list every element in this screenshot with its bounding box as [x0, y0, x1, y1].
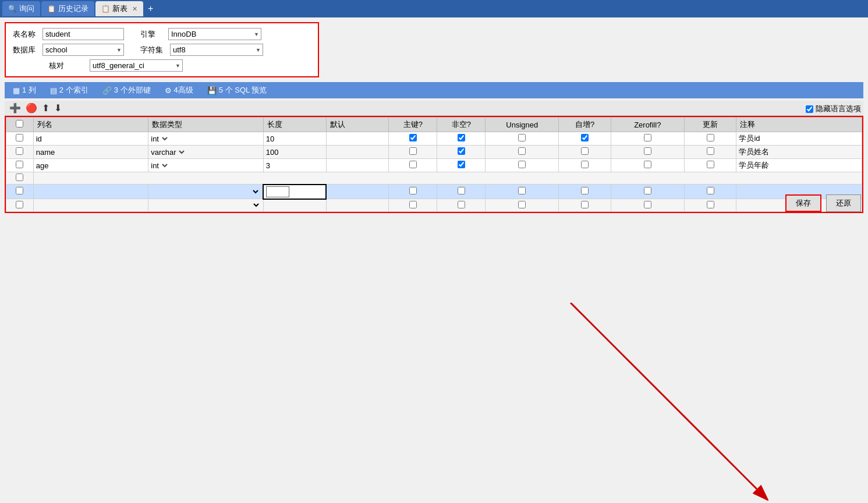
- col-update-cell[interactable]: [684, 146, 736, 159]
- row-select-cell[interactable]: [6, 172, 34, 185]
- col-update-cell[interactable]: [684, 159, 736, 172]
- row-select-checkbox[interactable]: [16, 134, 23, 141]
- col-default-cell[interactable]: [326, 159, 389, 172]
- unsigned-checkbox[interactable]: [518, 134, 526, 141]
- pk-empty-checkbox[interactable]: [409, 201, 417, 208]
- hide-lang-option[interactable]: 隐藏语言选项: [806, 104, 861, 114]
- col-comment-cell[interactable]: 学员姓名: [736, 146, 862, 159]
- row-select-cell[interactable]: [6, 146, 34, 159]
- update-checkbox[interactable]: [707, 147, 714, 155]
- col-comment-cell[interactable]: 学员id: [736, 132, 862, 146]
- col-pk-empty[interactable]: [389, 199, 437, 212]
- tab-history[interactable]: 📋 历史记录: [41, 1, 94, 16]
- col-length-active-cell[interactable]: [263, 185, 326, 199]
- table-name-input[interactable]: [42, 28, 124, 40]
- select-all-checkbox[interactable]: [16, 120, 23, 127]
- col-notnull-cell[interactable]: [437, 132, 486, 146]
- row-select-checkbox[interactable]: [16, 201, 23, 208]
- update-checkbox[interactable]: [707, 134, 714, 141]
- pk-checkbox[interactable]: [409, 147, 417, 155]
- toolbar-tab-sql[interactable]: 💾 5 个 SQL 预览: [203, 84, 272, 97]
- col-length-cell[interactable]: 10: [263, 132, 326, 146]
- close-icon[interactable]: ✕: [132, 5, 137, 13]
- col-unsigned-cell[interactable]: [486, 132, 559, 146]
- zerofill-active-checkbox[interactable]: [644, 187, 651, 194]
- update-checkbox[interactable]: [707, 161, 714, 168]
- col-default-cell[interactable]: [326, 132, 389, 146]
- length-active-input[interactable]: [266, 186, 289, 197]
- row-select-cell[interactable]: [6, 159, 34, 172]
- notnull-checkbox[interactable]: [458, 147, 465, 155]
- unsigned-empty-checkbox[interactable]: [518, 201, 526, 208]
- col-update-active-cell[interactable]: [684, 185, 736, 199]
- zerofill-checkbox[interactable]: [644, 147, 651, 155]
- update-empty-checkbox[interactable]: [707, 201, 714, 208]
- unsigned-checkbox[interactable]: [518, 147, 526, 155]
- col-auto-cell[interactable]: [559, 146, 611, 159]
- auto-active-checkbox[interactable]: [581, 187, 589, 194]
- notnull-checkbox[interactable]: [458, 134, 465, 141]
- notnull-active-checkbox[interactable]: [458, 187, 465, 194]
- col-pk-active-cell[interactable]: [389, 185, 437, 199]
- col-len-empty[interactable]: [263, 199, 326, 212]
- row-select-checkbox[interactable]: [16, 161, 23, 168]
- auto-checkbox[interactable]: [581, 147, 589, 155]
- col-type-cell[interactable]: int intvarchartext: [148, 159, 264, 172]
- col-zerofill-empty[interactable]: [611, 199, 684, 212]
- col-pk-cell[interactable]: [389, 146, 437, 159]
- zerofill-empty-checkbox[interactable]: [644, 201, 651, 208]
- auto-checkbox[interactable]: [581, 134, 589, 141]
- col-type-select[interactable]: varcharinttext: [178, 147, 186, 157]
- col-default-active-cell[interactable]: [326, 185, 389, 199]
- row-select-checkbox[interactable]: [16, 173, 23, 181]
- col-notnull-empty[interactable]: [437, 199, 486, 212]
- col-unsigned-empty[interactable]: [486, 199, 559, 212]
- col-pk-cell[interactable]: [389, 132, 437, 146]
- row-select-cell[interactable]: [6, 185, 34, 199]
- row-select-checkbox[interactable]: [16, 187, 23, 194]
- toolbar-tab-columns[interactable]: ▦ 1 列: [8, 84, 41, 97]
- col-notnull-cell[interactable]: [437, 159, 486, 172]
- col-type-cell[interactable]: int intvarchartext: [148, 132, 264, 146]
- col-update-cell[interactable]: [684, 132, 736, 146]
- col-auto-empty[interactable]: [559, 199, 611, 212]
- col-notnull-cell[interactable]: [437, 146, 486, 159]
- charset-select[interactable]: utf8: [170, 44, 263, 56]
- delete-row-button[interactable]: 🔴: [24, 102, 38, 114]
- auto-checkbox[interactable]: [581, 161, 589, 168]
- col-auto-cell[interactable]: [559, 132, 611, 146]
- row-select-cell[interactable]: [6, 199, 34, 212]
- col-zerofill-cell[interactable]: [611, 146, 684, 159]
- col-update-empty[interactable]: [684, 199, 736, 212]
- col-type-cell[interactable]: varchar varcharinttext: [148, 146, 264, 159]
- col-pk-cell[interactable]: [389, 159, 437, 172]
- pk-active-checkbox[interactable]: [409, 187, 417, 194]
- col-unsigned-active-cell[interactable]: [486, 185, 559, 199]
- save-button[interactable]: 保存: [785, 194, 821, 212]
- toolbar-tab-advanced[interactable]: ⚙ 4高级: [160, 84, 198, 97]
- col-name-active-cell[interactable]: [33, 185, 148, 199]
- col-auto-active-cell[interactable]: [559, 185, 611, 199]
- unsigned-checkbox[interactable]: [518, 161, 526, 168]
- col-length-cell[interactable]: 3: [263, 159, 326, 172]
- col-zerofill-cell[interactable]: [611, 159, 684, 172]
- col-unsigned-cell[interactable]: [486, 159, 559, 172]
- zerofill-checkbox[interactable]: [644, 161, 651, 168]
- pk-checkbox[interactable]: [409, 161, 417, 168]
- engine-select[interactable]: InnoDB MyISAM: [168, 28, 261, 40]
- col-name-cell[interactable]: id: [33, 132, 148, 146]
- col-unsigned-cell[interactable]: [486, 146, 559, 159]
- col-type-empty[interactable]: intvarchar: [148, 199, 264, 212]
- col-comment-cell[interactable]: 学员年龄: [736, 159, 862, 172]
- restore-button[interactable]: 还原: [826, 194, 861, 212]
- move-down-button[interactable]: ⬇: [53, 102, 63, 114]
- auto-empty-checkbox[interactable]: [581, 201, 589, 208]
- unsigned-active-checkbox[interactable]: [518, 187, 526, 194]
- col-zerofill-cell[interactable]: [611, 132, 684, 146]
- col-name-empty[interactable]: [33, 199, 148, 212]
- col-length-cell[interactable]: 100: [263, 146, 326, 159]
- move-up-button[interactable]: ⬆: [41, 102, 51, 114]
- col-name-cell[interactable]: age: [33, 159, 148, 172]
- col-auto-cell[interactable]: [559, 159, 611, 172]
- collation-select[interactable]: utf8_general_ci: [90, 59, 183, 72]
